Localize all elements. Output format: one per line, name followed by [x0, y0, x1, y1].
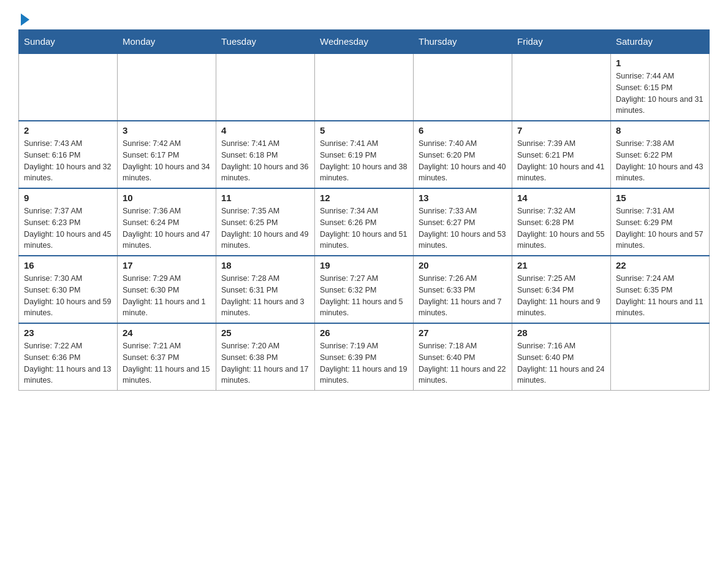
- calendar-cell: [118, 53, 216, 121]
- day-info: Sunrise: 7:30 AM Sunset: 6:30 PM Dayligh…: [24, 273, 112, 319]
- day-number: 1: [616, 58, 704, 68]
- day-number: 4: [221, 125, 309, 136]
- column-header-saturday: Saturday: [611, 30, 710, 54]
- day-number: 11: [221, 193, 309, 203]
- calendar-cell: 9Sunrise: 7:37 AM Sunset: 6:23 PM Daylig…: [19, 188, 118, 256]
- calendar-cell: 1Sunrise: 7:44 AM Sunset: 6:15 PM Daylig…: [611, 53, 710, 121]
- calendar-cell: 26Sunrise: 7:19 AM Sunset: 6:39 PM Dayli…: [315, 323, 414, 391]
- day-number: 16: [24, 260, 112, 270]
- calendar-cell: [315, 53, 414, 121]
- day-info: Sunrise: 7:19 AM Sunset: 6:39 PM Dayligh…: [320, 340, 408, 386]
- column-header-wednesday: Wednesday: [315, 30, 414, 54]
- calendar-cell: 22Sunrise: 7:24 AM Sunset: 6:35 PM Dayli…: [611, 256, 710, 323]
- day-info: Sunrise: 7:41 AM Sunset: 6:18 PM Dayligh…: [221, 138, 309, 184]
- day-info: Sunrise: 7:42 AM Sunset: 6:17 PM Dayligh…: [123, 138, 211, 184]
- calendar-cell: 11Sunrise: 7:35 AM Sunset: 6:25 PM Dayli…: [216, 188, 315, 256]
- calendar-cell: [216, 53, 315, 121]
- day-number: 25: [221, 327, 309, 338]
- day-info: Sunrise: 7:41 AM Sunset: 6:19 PM Dayligh…: [320, 138, 408, 184]
- calendar-cell: 8Sunrise: 7:38 AM Sunset: 6:22 PM Daylig…: [611, 121, 710, 188]
- logo-arrow-icon: [21, 13, 29, 26]
- calendar-cell: 17Sunrise: 7:29 AM Sunset: 6:30 PM Dayli…: [118, 256, 216, 323]
- calendar-table: SundayMondayTuesdayWednesdayThursdayFrid…: [18, 29, 710, 391]
- calendar-cell: 6Sunrise: 7:40 AM Sunset: 6:20 PM Daylig…: [414, 121, 512, 188]
- day-info: Sunrise: 7:22 AM Sunset: 6:36 PM Dayligh…: [24, 340, 112, 386]
- day-number: 8: [616, 125, 704, 136]
- calendar-cell: 12Sunrise: 7:34 AM Sunset: 6:26 PM Dayli…: [315, 188, 414, 256]
- logo: [18, 12, 29, 23]
- calendar-cell: 20Sunrise: 7:26 AM Sunset: 6:33 PM Dayli…: [414, 256, 512, 323]
- day-number: 26: [320, 327, 408, 338]
- calendar-cell: 10Sunrise: 7:36 AM Sunset: 6:24 PM Dayli…: [118, 188, 216, 256]
- day-info: Sunrise: 7:28 AM Sunset: 6:31 PM Dayligh…: [221, 273, 309, 319]
- day-number: 6: [419, 125, 507, 136]
- day-info: Sunrise: 7:39 AM Sunset: 6:21 PM Dayligh…: [517, 138, 605, 184]
- column-header-tuesday: Tuesday: [216, 30, 315, 54]
- day-info: Sunrise: 7:18 AM Sunset: 6:40 PM Dayligh…: [419, 340, 507, 386]
- calendar-week-row: 9Sunrise: 7:37 AM Sunset: 6:23 PM Daylig…: [19, 188, 710, 256]
- day-number: 3: [123, 125, 211, 136]
- calendar-cell: 4Sunrise: 7:41 AM Sunset: 6:18 PM Daylig…: [216, 121, 315, 188]
- day-number: 18: [221, 260, 309, 270]
- day-info: Sunrise: 7:37 AM Sunset: 6:23 PM Dayligh…: [24, 205, 112, 251]
- calendar-week-row: 1Sunrise: 7:44 AM Sunset: 6:15 PM Daylig…: [19, 53, 710, 121]
- day-info: Sunrise: 7:44 AM Sunset: 6:15 PM Dayligh…: [616, 71, 704, 117]
- day-number: 28: [517, 327, 605, 338]
- calendar-week-row: 16Sunrise: 7:30 AM Sunset: 6:30 PM Dayli…: [19, 256, 710, 323]
- day-info: Sunrise: 7:36 AM Sunset: 6:24 PM Dayligh…: [123, 205, 211, 251]
- day-info: Sunrise: 7:20 AM Sunset: 6:38 PM Dayligh…: [221, 340, 309, 386]
- day-info: Sunrise: 7:31 AM Sunset: 6:29 PM Dayligh…: [616, 205, 704, 251]
- day-number: 9: [24, 193, 112, 203]
- day-number: 27: [419, 327, 507, 338]
- day-info: Sunrise: 7:38 AM Sunset: 6:22 PM Dayligh…: [616, 138, 704, 184]
- calendar-cell: [414, 53, 512, 121]
- column-header-monday: Monday: [118, 30, 216, 54]
- calendar-cell: 24Sunrise: 7:21 AM Sunset: 6:37 PM Dayli…: [118, 323, 216, 391]
- day-number: 19: [320, 260, 408, 270]
- day-info: Sunrise: 7:25 AM Sunset: 6:34 PM Dayligh…: [517, 273, 605, 319]
- calendar-cell: 16Sunrise: 7:30 AM Sunset: 6:30 PM Dayli…: [19, 256, 118, 323]
- page-header: [18, 12, 710, 23]
- day-info: Sunrise: 7:43 AM Sunset: 6:16 PM Dayligh…: [24, 138, 112, 184]
- calendar-cell: [512, 53, 611, 121]
- calendar-week-row: 23Sunrise: 7:22 AM Sunset: 6:36 PM Dayli…: [19, 323, 710, 391]
- calendar-cell: 23Sunrise: 7:22 AM Sunset: 6:36 PM Dayli…: [19, 323, 118, 391]
- calendar-cell: 5Sunrise: 7:41 AM Sunset: 6:19 PM Daylig…: [315, 121, 414, 188]
- day-number: 14: [517, 193, 605, 203]
- calendar-cell: 21Sunrise: 7:25 AM Sunset: 6:34 PM Dayli…: [512, 256, 611, 323]
- column-header-friday: Friday: [512, 30, 611, 54]
- day-number: 13: [419, 193, 507, 203]
- day-number: 7: [517, 125, 605, 136]
- day-info: Sunrise: 7:16 AM Sunset: 6:40 PM Dayligh…: [517, 340, 605, 386]
- column-header-thursday: Thursday: [414, 30, 512, 54]
- day-info: Sunrise: 7:29 AM Sunset: 6:30 PM Dayligh…: [123, 273, 211, 319]
- day-info: Sunrise: 7:21 AM Sunset: 6:37 PM Dayligh…: [123, 340, 211, 386]
- calendar-cell: [611, 323, 710, 391]
- day-info: Sunrise: 7:27 AM Sunset: 6:32 PM Dayligh…: [320, 273, 408, 319]
- day-info: Sunrise: 7:34 AM Sunset: 6:26 PM Dayligh…: [320, 205, 408, 251]
- day-info: Sunrise: 7:35 AM Sunset: 6:25 PM Dayligh…: [221, 205, 309, 251]
- day-number: 10: [123, 193, 211, 203]
- day-info: Sunrise: 7:40 AM Sunset: 6:20 PM Dayligh…: [419, 138, 507, 184]
- calendar-cell: 2Sunrise: 7:43 AM Sunset: 6:16 PM Daylig…: [19, 121, 118, 188]
- day-number: 17: [123, 260, 211, 270]
- day-info: Sunrise: 7:33 AM Sunset: 6:27 PM Dayligh…: [419, 205, 507, 251]
- calendar-cell: 15Sunrise: 7:31 AM Sunset: 6:29 PM Dayli…: [611, 188, 710, 256]
- calendar-cell: 13Sunrise: 7:33 AM Sunset: 6:27 PM Dayli…: [414, 188, 512, 256]
- day-number: 21: [517, 260, 605, 270]
- calendar-cell: 18Sunrise: 7:28 AM Sunset: 6:31 PM Dayli…: [216, 256, 315, 323]
- calendar-week-row: 2Sunrise: 7:43 AM Sunset: 6:16 PM Daylig…: [19, 121, 710, 188]
- calendar-cell: 28Sunrise: 7:16 AM Sunset: 6:40 PM Dayli…: [512, 323, 611, 391]
- day-number: 12: [320, 193, 408, 203]
- day-number: 24: [123, 327, 211, 338]
- calendar-cell: 7Sunrise: 7:39 AM Sunset: 6:21 PM Daylig…: [512, 121, 611, 188]
- day-info: Sunrise: 7:24 AM Sunset: 6:35 PM Dayligh…: [616, 273, 704, 319]
- calendar-header-row: SundayMondayTuesdayWednesdayThursdayFrid…: [19, 30, 710, 54]
- day-number: 22: [616, 260, 704, 270]
- calendar-cell: 19Sunrise: 7:27 AM Sunset: 6:32 PM Dayli…: [315, 256, 414, 323]
- day-number: 2: [24, 125, 112, 136]
- day-number: 15: [616, 193, 704, 203]
- calendar-cell: 27Sunrise: 7:18 AM Sunset: 6:40 PM Dayli…: [414, 323, 512, 391]
- day-number: 23: [24, 327, 112, 338]
- calendar-cell: [19, 53, 118, 121]
